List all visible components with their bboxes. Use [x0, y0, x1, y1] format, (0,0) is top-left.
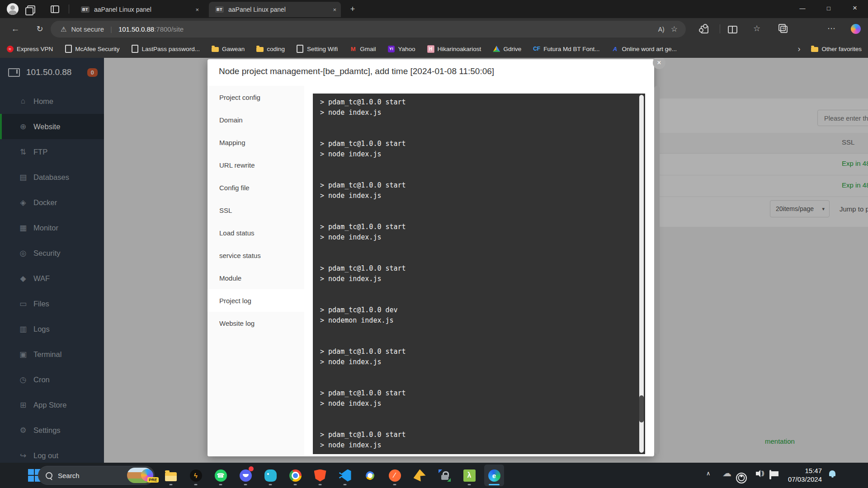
back-button[interactable]: ←	[9, 23, 22, 34]
yahoo-icon: Y!	[388, 45, 395, 52]
bookmarks-bar: ≈Express VPNMcAfee SecurityLastPass pass…	[0, 40, 868, 58]
modal-menu-item-website-log[interactable]: Website log	[208, 312, 304, 334]
modal-title: Node project management-[be_pdamtc], add…	[219, 66, 494, 76]
copilot-tray-icon[interactable]: PRE	[141, 469, 153, 481]
collections-glyph	[780, 26, 788, 33]
running-indicator	[468, 484, 471, 485]
bookmark-label: Yahoo	[398, 46, 415, 52]
modal-menu-item-ssl[interactable]: SSL	[208, 199, 304, 221]
project-log-terminal[interactable]: > pdam_tc@1.0.0 start > node index.js > …	[313, 94, 645, 454]
collections-icon[interactable]	[780, 26, 788, 33]
window-maximize-button[interactable]: □	[816, 0, 842, 16]
onedrive-icon[interactable]: ☁	[722, 468, 731, 479]
copilot-pre-badge: PRE	[147, 477, 159, 483]
taskbar-search[interactable]: Search	[38, 466, 155, 485]
folder-icon	[811, 45, 818, 52]
address-bar[interactable]: ⚠ Not secure | 101.50.0.88:7800/site A) …	[51, 21, 686, 38]
bookmark-item[interactable]: HHikarinoakariost	[427, 45, 481, 52]
bookmark-label: Online word art ge...	[622, 46, 677, 52]
split-screen-icon[interactable]	[728, 26, 737, 33]
window-minimize-button[interactable]: —	[789, 0, 816, 16]
modal-menu-item-mapping[interactable]: Mapping	[208, 131, 304, 154]
bookmark-item[interactable]: AOnline word art ge...	[611, 45, 677, 52]
modal-menu-item-service-status[interactable]: service status	[208, 244, 304, 267]
modal-menu-item-load-status[interactable]: Load status	[208, 221, 304, 244]
browser-tab[interactable]: BTaaPanel Linux panel×	[75, 2, 203, 17]
browser-tab[interactable]: BTaaPanel Linux panel×	[209, 2, 341, 17]
taskbar-app-vscode[interactable]	[335, 465, 355, 486]
h-badge-icon: H	[427, 45, 434, 52]
more-menu-icon[interactable]: ⋯	[827, 23, 835, 33]
taskbar-app-origami-app[interactable]	[410, 465, 429, 486]
modal-close-button[interactable]: ×	[653, 56, 665, 69]
modal-menu-item-domain[interactable]: Domain	[208, 108, 304, 131]
toolbar-divider	[720, 24, 720, 33]
tab-close-icon[interactable]: ×	[333, 6, 336, 13]
address-separator: |	[110, 25, 112, 33]
refresh-button[interactable]: ↻	[33, 23, 46, 34]
edge-icon: e	[488, 469, 500, 482]
browser-profile-avatar[interactable]	[7, 3, 19, 15]
puzzle-icon	[701, 26, 708, 33]
taskbar-app-navicat[interactable]	[360, 465, 380, 486]
battery-icon[interactable]	[769, 470, 771, 479]
taskbar-app-lambda-docs-app[interactable]: λ	[459, 465, 479, 486]
bookmarks-list: ≈Express VPNMcAfee SecurityLastPass pass…	[6, 45, 689, 52]
bookmark-item[interactable]: McAfee Security	[65, 45, 119, 52]
modal-menu-item-url-rewrite[interactable]: URL rewrite	[208, 154, 304, 176]
modal-menu-item-project-log[interactable]: Project log	[208, 289, 304, 312]
bookmark-item[interactable]: Y!Yahoo	[388, 45, 415, 52]
taskbar-app-discord[interactable]	[236, 465, 255, 486]
modal-menu-item-module[interactable]: Module	[208, 267, 304, 289]
favorites-list-icon[interactable]: ☆	[753, 23, 760, 33]
read-aloud-icon[interactable]: A)	[658, 26, 665, 33]
taskbar-app-sync-lock-app[interactable]	[434, 465, 454, 486]
taskbar-app-elephant-app[interactable]	[260, 465, 280, 486]
taskbar-app-winamp[interactable]: ϟ	[186, 465, 206, 486]
bookmark-item[interactable]: Gdrive	[493, 45, 521, 52]
chrome-icon	[289, 469, 302, 482]
bookmark-label: Gawean	[222, 46, 245, 52]
taskbar-app-file-explorer[interactable]	[161, 465, 181, 486]
modal-menu-item-config-file[interactable]: Config file	[208, 176, 304, 199]
bookmark-label: Futura Md BT Font...	[543, 46, 599, 52]
other-favorites-button[interactable]: Other favorites	[811, 45, 862, 52]
bookmark-item[interactable]: Setting Wifi	[297, 45, 338, 52]
taskbar-app-chrome[interactable]	[285, 465, 305, 486]
taskbar-app-whatsapp[interactable]: ☎	[211, 465, 231, 486]
running-indicator	[489, 484, 500, 485]
terminal-scrollbar-thumb[interactable]	[639, 395, 644, 422]
vertical-tabs-icon[interactable]	[51, 5, 59, 13]
bookmark-item[interactable]: ≈Express VPN	[6, 45, 53, 52]
bookmarks-overflow-chevron-icon[interactable]: ›	[797, 44, 800, 54]
clock-date: 07/03/2024	[778, 475, 822, 483]
tab-close-icon[interactable]: ×	[195, 6, 199, 13]
tab-favicon-bt: BT	[215, 6, 224, 13]
bookmark-item[interactable]: MGmail	[349, 45, 376, 52]
taskbar-app-brave[interactable]	[310, 465, 330, 486]
tab-actions-icon[interactable]	[27, 5, 35, 14]
window-close-button[interactable]: ×	[842, 0, 868, 16]
modal-menu-item-project-config[interactable]: Project config	[208, 86, 304, 108]
copilot-icon[interactable]	[851, 24, 861, 34]
running-indicator	[244, 484, 247, 485]
bookmark-label: LastPass password...	[142, 46, 200, 52]
running-indicator	[194, 484, 198, 485]
tray-chevron-up-icon[interactable]: ∧	[706, 470, 711, 477]
bookmark-item[interactable]: LastPass password...	[132, 45, 200, 52]
favorite-star-icon[interactable]: ☆	[671, 24, 678, 34]
bookmark-item[interactable]: coding	[256, 45, 285, 52]
bookmark-item[interactable]: CFFutura Md BT Font...	[533, 45, 599, 52]
origami-app-icon	[414, 469, 426, 482]
new-tab-button[interactable]: +	[347, 4, 358, 14]
whatsapp-icon: ☎	[215, 469, 227, 482]
taskbar-app-edge[interactable]: e	[484, 465, 504, 486]
extensions-icon[interactable]	[701, 26, 708, 33]
bookmark-item[interactable]: Gawean	[212, 45, 245, 52]
taskbar-app-postman[interactable]: ∕	[385, 465, 405, 486]
taskbar-clock[interactable]: 15:47 07/03/2024	[778, 466, 822, 483]
clock-time: 15:47	[778, 466, 822, 475]
url-path: :7800/site	[154, 25, 184, 33]
vertical-tab-glyph	[51, 5, 59, 13]
modal-scrollbar[interactable]	[654, 86, 660, 454]
